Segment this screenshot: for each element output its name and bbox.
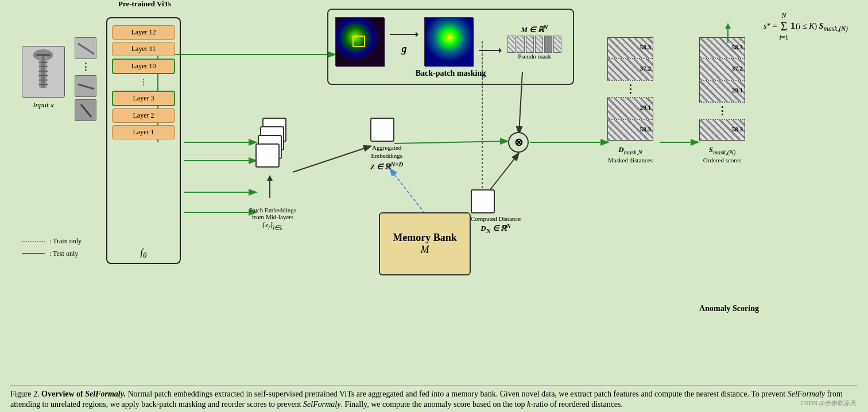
watermark: CSDN @步步吹凉天 [801,399,857,407]
bar-row-2: 37.2 [607,59,653,80]
back-patch-section: g [327,9,574,85]
mask-strip-6 [553,36,561,53]
back-patch-inner: g [335,17,566,66]
layer-1: Layer 1 [112,125,175,139]
legend-train-label: : Train only [49,235,82,248]
vit-func-label: fθ [107,247,180,260]
comp-dist-section: Computed Distance DN ∈ ℝN [471,189,521,234]
layer-11: Layer 11 [112,42,175,56]
comp-dist-box [471,189,495,213]
g-label: g [402,43,407,55]
memory-bank-box: Memory Bank M [379,212,471,275]
rbar-val-1: 58.3 [732,44,743,50]
embed-up-arrow [264,175,276,198]
layer-12: Layer 12 [112,25,175,40]
bar-row-3: 29.1 [607,98,653,119]
patch-thumb-3 [75,99,96,121]
score-val-2: 37.2 [640,65,651,72]
memory-bank-math: M [421,244,429,256]
rbar-4: 58.3 [699,120,745,141]
masked-dist-label: Masked distances [608,157,653,164]
svg-marker-41 [725,23,731,29]
anomaly-up-arrow [722,23,734,43]
heatmap2 [424,17,473,66]
input-label: Input x [22,100,65,110]
caption-text: Figure 2. Overview of SelFormaly. Normal… [10,390,843,409]
rbar-row-2: 37.2 [699,59,745,80]
rbar-row-4: 58.3 [699,120,745,141]
mask-strip-3 [526,36,534,53]
bar-row-1: 58.3 [607,37,653,58]
legend-blue-line [22,241,45,242]
legend-test: : Test only [22,248,82,261]
patch-embed-stack: Patch Embeddingsfrom Mid-layers {zl}l∈L [255,118,287,232]
score-bar-4: 58.3 [607,120,653,141]
patch-thumb-1 [75,37,96,59]
svg-line-6 [394,141,507,143]
svg-rect-35 [425,18,474,67]
heatmap1 [335,17,384,66]
patch-embed-label: Patch Embeddingsfrom Mid-layers [241,207,304,220]
svg-line-5 [390,169,425,213]
layer-2: Layer 2 [112,108,175,123]
embed-box-4 [255,143,280,168]
arrow-to-mask [479,45,502,56]
anomaly-scoring-label: Anomaly Scoring [677,304,781,313]
score-bars-right: 58.3 37.2 29.1 ⋮ 58.3 [699,37,745,165]
d-mask-label: Dmask,N Masked distances [607,145,653,165]
rbar-val-4: 58.3 [732,126,743,133]
legend-test-label: : Test only [49,248,78,261]
agg-embed-box [370,118,394,142]
agg-embed-math: Z ∈ ℝN×D [370,160,403,172]
mask-strips [507,36,561,53]
dots-between-patches: ⋮ [75,61,96,73]
g-arrow-section: g [390,29,418,55]
mask-strip-5 [544,36,552,53]
vit-box: Self-Supervised Pre-trained ViTs Layer 1… [106,17,181,264]
rbar-3: 29.1 [699,81,745,102]
mask-math-label: M ∈ ℝN [521,24,548,34]
memory-bank-title: Memory Bank [393,232,457,244]
caption-area: Figure 2. Overview of SelFormaly. Normal… [10,385,858,409]
score-val-3: 29.1 [640,104,651,111]
svg-marker-37 [499,48,502,53]
score-bar-1: 58.3 [607,37,653,58]
ordered-scores-label: Ordered scores [703,157,741,164]
bar-row-4: 58.3 [607,120,653,141]
pseudo-mask-label: Pseudo mask [518,53,551,60]
figure-num: Figure 2. [10,390,40,398]
mask-strip-1 [507,36,516,53]
rbar-dots: ⋮ [699,103,745,119]
patch-embed-label-container: Patch Embeddingsfrom Mid-layers {zl}l∈L [241,207,304,231]
score-bar-2: 37.2 [607,59,653,80]
rbar-val-2: 37.2 [732,65,743,72]
comp-dist-math: DN ∈ ℝN [471,222,521,234]
legend-green-line [22,253,45,254]
heatmap1-container [335,17,384,66]
score-bar-3: 29.1 [607,98,653,119]
diagram-area: Input x ⋮ Self-Supervised Pre-trained Vi… [11,6,857,324]
vit-dots-1: ⋮ [112,76,175,88]
formula-sum: N Σ i=1 [779,11,788,42]
mask-strip-4 [535,36,543,53]
layer-10: Layer 10 [112,59,175,74]
main-container: Input x ⋮ Self-Supervised Pre-trained Vi… [0,0,868,412]
comp-dist-label: Computed Distance DN ∈ ℝN [471,215,521,234]
s-mask-label: Smask,(N) Ordered scores [699,145,745,165]
agg-embed-label: AggregatedEmbeddings Z ∈ ℝN×D [370,143,403,172]
input-section: Input x [22,46,65,110]
bar-dots-1: ⋮ [607,81,653,97]
agg-embed-section: AggregatedEmbeddings Z ∈ ℝN×D [370,118,403,172]
score-bars-left: 58.3 37.2 ⋮ 29.1 58.3 [607,37,653,165]
vit-layers: Layer 12 Layer 11 Layer 10 ⋮ Layer 3 Lay… [107,18,180,142]
svg-line-4 [293,146,370,172]
back-patch-title: Back-patch masking [335,69,566,78]
svg-marker-39 [267,175,273,181]
score-val-1: 58.3 [640,44,651,50]
score-val-4: 58.3 [640,126,651,133]
formula-section: s* = N Σ i=1 𝟙(i ≤ K) Smask,(N) [764,11,848,42]
input-image [22,46,65,98]
rbar-2: 37.2 [699,59,745,80]
svg-rect-31 [336,18,385,67]
rbar-val-3: 29.1 [732,87,743,94]
